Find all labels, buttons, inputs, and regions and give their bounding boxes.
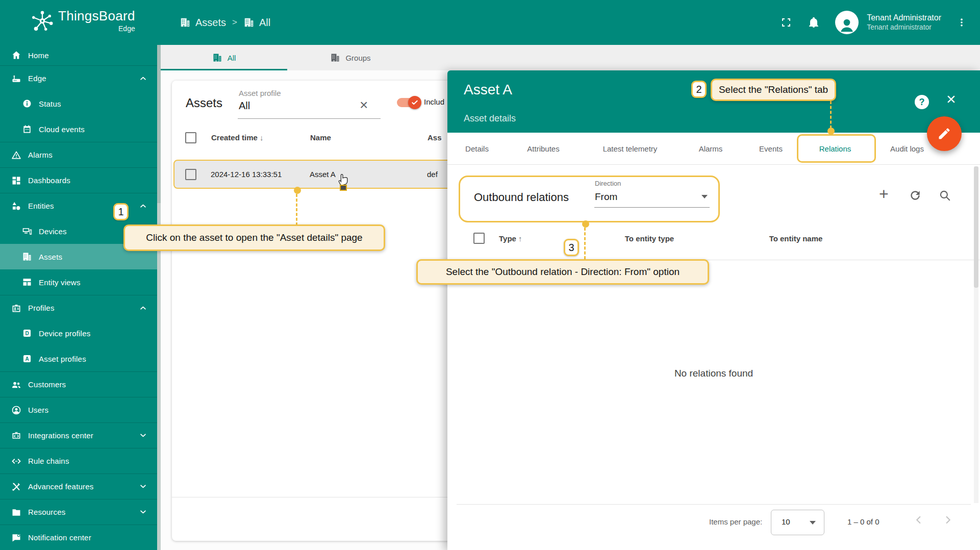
chevron-down-icon[interactable]	[139, 432, 147, 439]
integrations-icon	[11, 431, 21, 441]
column-to-entity-type[interactable]: To entity type	[625, 234, 674, 243]
chevron-down-icon[interactable]	[139, 508, 147, 516]
app-edition: Edge	[58, 25, 135, 32]
clear-filter-icon[interactable]: ×	[360, 98, 368, 112]
column-asset-profile[interactable]: Ass	[428, 133, 442, 142]
sidebar-item-profiles[interactable]: Profiles	[0, 295, 157, 320]
tab-details[interactable]: Details	[465, 133, 489, 164]
profiles-icon	[11, 303, 21, 313]
dropdown-arrow-icon	[810, 521, 816, 524]
avatar[interactable]	[835, 11, 859, 34]
breadcrumb: Assets > All	[180, 0, 270, 45]
breadcrumb-assets[interactable]: Assets	[180, 17, 226, 29]
sidebar-item-users[interactable]: Users	[0, 397, 157, 422]
drawer-scrollbar[interactable]	[974, 166, 978, 503]
sidebar-item-entity-views[interactable]: Entity views	[0, 269, 157, 295]
sidebar-item-status[interactable]: Status	[0, 91, 157, 116]
column-type[interactable]: Type ↑	[499, 234, 522, 243]
chevron-up-icon[interactable]	[139, 202, 147, 210]
asset-profile-icon	[22, 354, 32, 364]
assets-icon	[22, 252, 32, 262]
sidebar-item-notification-center[interactable]: Notification center	[0, 524, 157, 550]
chevron-up-icon[interactable]	[139, 304, 147, 312]
filter-underline	[238, 118, 381, 119]
sidebar-item-cloud-events[interactable]: Cloud events	[0, 116, 157, 142]
column-name[interactable]: Name	[310, 133, 331, 142]
tab-events[interactable]: Events	[759, 133, 783, 164]
sidebar-item-dashboards[interactable]: Dashboards	[0, 167, 157, 193]
direction-select[interactable]: From	[595, 191, 617, 203]
relations-select-all-checkbox[interactable]	[473, 233, 485, 244]
card-title: Assets	[186, 96, 222, 110]
sidebar-item-device-profiles[interactable]: Device profiles	[0, 320, 157, 346]
tab-attributes[interactable]: Attributes	[527, 133, 559, 164]
tab-all[interactable]: All	[161, 45, 287, 70]
cell-created-time: 2024-12-16 13:33:51	[211, 170, 282, 179]
breadcrumb-all[interactable]: All	[243, 17, 270, 29]
user-icon	[11, 405, 21, 415]
sidebar-item-customers[interactable]: Customers	[0, 371, 157, 397]
calendar-icon	[22, 124, 32, 134]
chevron-up-icon[interactable]	[139, 74, 147, 82]
annotation1-badge: 1	[113, 203, 129, 220]
sidebar-scrollbar[interactable]	[157, 45, 161, 550]
select-all-checkbox[interactable]	[185, 132, 196, 143]
assets-icon	[212, 53, 222, 63]
warning-icon	[11, 150, 21, 160]
refresh-icon[interactable]	[909, 189, 922, 202]
direction-label: Direction	[595, 180, 621, 187]
pagination-divider	[457, 504, 971, 505]
sidebar: Home Edge Status Cloud events Alarms Das…	[0, 45, 157, 550]
app-name: ThingsBoard	[58, 9, 135, 22]
chevron-right-icon[interactable]	[942, 514, 953, 526]
sidebar-item-entities[interactable]: Entities	[0, 193, 157, 218]
sidebar-item-alarms[interactable]: Alarms	[0, 142, 157, 167]
tab-audit-logs[interactable]: Audit logs	[890, 133, 924, 164]
chevron-left-icon[interactable]	[913, 514, 924, 526]
column-to-entity-name[interactable]: To entity name	[769, 234, 823, 243]
tab-alarms[interactable]: Alarms	[699, 133, 723, 164]
sidebar-item-home[interactable]: Home	[0, 45, 157, 65]
asset-profile-filter-label: Asset profile	[239, 89, 281, 97]
sidebar-item-asset-profiles[interactable]: Asset profiles	[0, 346, 157, 371]
page-size-select[interactable]: 10	[771, 510, 824, 535]
entity-views-icon	[22, 277, 32, 287]
annotation2-dot	[827, 128, 835, 135]
close-icon[interactable]: ×	[946, 91, 956, 107]
annotation2-callout: Select the "Relations" tab	[711, 79, 836, 101]
rule-chains-icon	[11, 456, 21, 466]
toggle-label: Includ	[424, 97, 444, 106]
add-relation-icon[interactable]: +	[879, 186, 889, 202]
fullscreen-icon[interactable]	[780, 16, 792, 29]
dropdown-arrow-icon[interactable]	[701, 195, 708, 198]
bell-icon[interactable]	[808, 16, 820, 29]
sidebar-item-resources[interactable]: Resources	[0, 499, 157, 524]
sidebar-item-edge[interactable]: Edge	[0, 65, 157, 91]
person-icon	[837, 14, 857, 34]
sidebar-item-integrations-center[interactable]: Integrations center	[0, 422, 157, 448]
edit-fab-button[interactable]	[927, 116, 962, 151]
devices-icon	[22, 226, 32, 236]
asset-profile-filter-value[interactable]: All	[239, 100, 250, 112]
tab-latest-telemetry[interactable]: Latest telemetry	[603, 133, 658, 164]
chevron-down-icon[interactable]	[139, 483, 147, 490]
annotation2-badge: 2	[691, 81, 707, 98]
sidebar-item-rule-chains[interactable]: Rule chains	[0, 448, 157, 473]
notification-icon	[11, 533, 21, 543]
column-created-time[interactable]: Created time ↓	[211, 133, 264, 142]
home-icon	[11, 50, 21, 60]
sort-desc-icon: ↓	[260, 133, 264, 142]
help-icon[interactable]: ?	[915, 95, 929, 109]
search-icon[interactable]	[938, 189, 951, 202]
sidebar-item-advanced-features[interactable]: Advanced features	[0, 473, 157, 499]
asset-details-drawer: Asset A Asset details ? × Details Attrib…	[447, 70, 980, 550]
tab-groups[interactable]: Groups	[287, 45, 414, 70]
row-checkbox[interactable]	[185, 169, 196, 180]
app-logo[interactable]: ThingsBoard Edge	[31, 9, 135, 33]
annotation3-dot	[582, 220, 589, 228]
kebab-menu-icon[interactable]	[957, 16, 967, 29]
pagination-range: 1 – 0 of 0	[847, 517, 880, 526]
items-per-page-label: Items per page:	[709, 517, 762, 526]
drawer-tab-bar: Details Attributes Latest telemetry Alar…	[447, 133, 980, 165]
annotation1-callout: Click on the asset to open the "Asset de…	[123, 224, 385, 251]
